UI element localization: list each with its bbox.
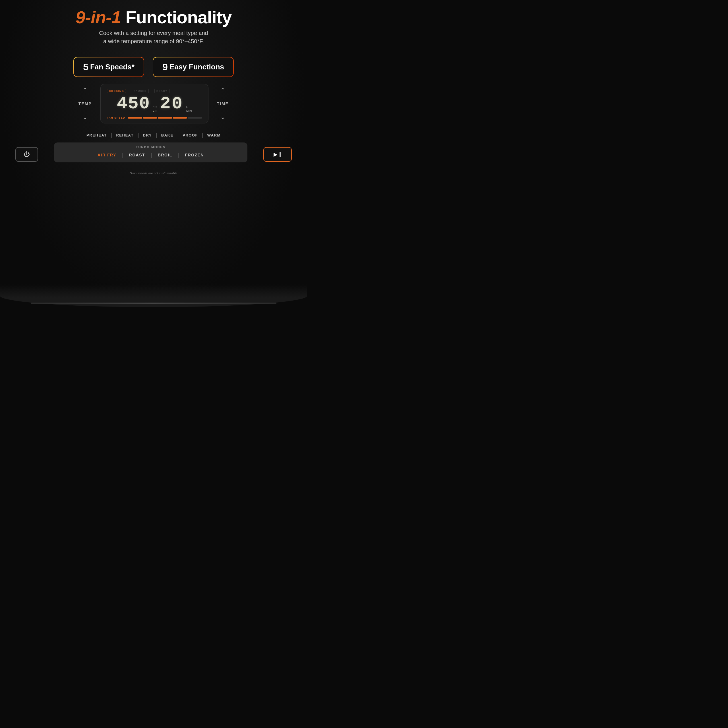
func-proof[interactable]: PROOF (179, 131, 201, 140)
lcd-status-row: COOKING PAUSED READY (107, 89, 202, 93)
fan-bar-5 (188, 117, 202, 119)
status-paused: PAUSED (132, 89, 149, 93)
func-warm[interactable]: WARM (204, 131, 224, 140)
title-functionality: Functionality (121, 8, 231, 27)
subtitle: Cook with a setting for every meal type … (76, 29, 231, 46)
turbo-mode-broil[interactable]: BROIL (152, 151, 178, 158)
bottom-curve-decoration (0, 284, 307, 307)
footer-note: *Fan speeds are not customizable (130, 171, 177, 175)
fan-bar-1 (128, 117, 142, 119)
temp-label: TEMP (78, 101, 92, 106)
time-label: TIME (217, 101, 229, 106)
status-ready: READY (154, 89, 170, 93)
badges-row: 5 Fan Speeds* 9 Easy Functions (73, 57, 234, 77)
temp-down-chevron[interactable]: ⌄ (83, 114, 87, 120)
time-control: ⌃ TIME ⌄ (217, 87, 229, 120)
panel-area: ⌃ TEMP ⌄ COOKING PAUSED READY 450 °C °F … (0, 84, 307, 124)
power-icon: ⏻ (24, 151, 30, 158)
time-up-chevron[interactable]: ⌃ (220, 87, 225, 93)
func-preheat[interactable]: PREHEAT (83, 131, 110, 140)
turbo-mode-airfry[interactable]: AIR FRY (92, 151, 122, 158)
time-units: H MIN (186, 106, 192, 113)
functions-row: PREHEAT | REHEAT | DRY | BAKE | PROOF | … (15, 131, 292, 140)
time-value: 20 (160, 95, 184, 113)
temp-unit-c: °C (153, 105, 157, 109)
badge-fan-speeds: 5 Fan Speeds* (73, 57, 144, 77)
turbo-modes-row: AIR FRY | ROAST | BROIL | FROZEN (58, 151, 243, 158)
bottom-controls-row: ⏻ TURBO MODES AIR FRY | ROAST | BROIL | … (15, 142, 292, 166)
temp-units: °C °F (153, 105, 157, 114)
func-dry[interactable]: DRY (140, 131, 155, 140)
temp-value: 450 (116, 95, 150, 113)
func-reheat[interactable]: REHEAT (113, 131, 137, 140)
fan-bar-3 (158, 117, 172, 119)
time-down-chevron[interactable]: ⌄ (220, 114, 225, 120)
badge-fan-label: Fan Speeds* (90, 63, 135, 71)
temp-unit-f: °F (153, 110, 157, 114)
play-pause-button[interactable]: ▶︎ ‖ (263, 147, 292, 162)
status-cooking: COOKING (107, 89, 126, 93)
badge-fan-number: 5 (83, 61, 89, 72)
title-9in1: 9-in-1 (76, 8, 121, 27)
badge-func-label: Easy Functions (170, 63, 224, 71)
time-unit-min: MIN (186, 110, 192, 113)
temp-control: ⌃ TEMP ⌄ (78, 87, 92, 120)
turbo-label: TURBO MODES (58, 145, 243, 149)
temp-up-chevron[interactable]: ⌃ (83, 87, 87, 93)
badge-func-number: 9 (162, 61, 168, 72)
badge-easy-functions: 9 Easy Functions (153, 57, 234, 77)
fan-bar-4 (173, 117, 187, 119)
time-unit-h: H (186, 106, 192, 109)
title-section: 9-in-1 Functionality Cook with a setting… (76, 9, 231, 46)
fan-bar-2 (143, 117, 157, 119)
play-pause-icon: ▶︎ ‖ (274, 151, 281, 158)
lcd-display: COOKING PAUSED READY 450 °C °F 20 H MIN … (100, 84, 208, 124)
turbo-section: TURBO MODES AIR FRY | ROAST | BROIL | FR… (54, 142, 248, 162)
func-bake[interactable]: BAKE (158, 131, 177, 140)
fan-speed-label: FAN SPEED (107, 116, 125, 119)
fan-speed-row: FAN SPEED (107, 116, 202, 119)
turbo-mode-frozen[interactable]: FROZEN (179, 151, 210, 158)
fan-bars (128, 117, 202, 119)
power-button[interactable]: ⏻ (15, 147, 38, 162)
lcd-readout: 450 °C °F 20 H MIN (107, 95, 202, 114)
turbo-mode-roast[interactable]: ROAST (124, 151, 151, 158)
